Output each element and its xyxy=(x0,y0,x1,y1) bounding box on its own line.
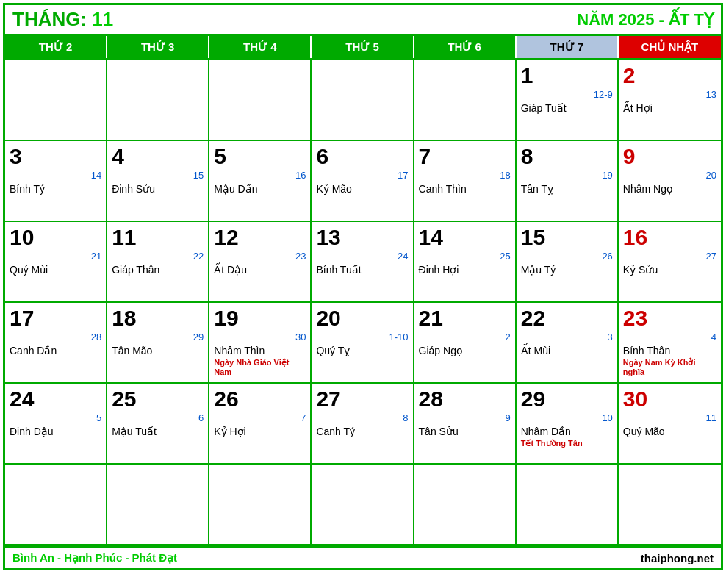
can-chi: Đinh Sửu xyxy=(112,183,204,195)
calendar-cell: 1425Đinh Hợi xyxy=(414,222,517,303)
lunar-date: 18 xyxy=(419,170,511,182)
solar-date: 15 xyxy=(521,225,613,249)
calendar-cell: 1627Kỷ Sửu xyxy=(619,222,721,303)
lunar-date: 1-10 xyxy=(316,331,408,343)
solar-date: 16 xyxy=(623,225,716,249)
calendar-cell: 1324Bính Tuất xyxy=(312,222,414,303)
calendar-cell: 234Bính ThânNgày Nam Kỳ Khởi nghĩa xyxy=(619,303,721,384)
can-chi: Kỷ Hợi xyxy=(214,426,306,437)
calendar-cell: 617Kỷ Mão xyxy=(312,141,414,222)
lunar-date: 22 xyxy=(112,251,204,262)
solar-date: 24 xyxy=(10,387,101,411)
day-header-thứ-4: THỨ 4 xyxy=(209,36,312,58)
calendar-cell: 112-9Giáp Tuất xyxy=(517,60,619,141)
solar-date: 30 xyxy=(623,387,716,411)
lunar-date: 2 xyxy=(419,331,511,343)
solar-date: 1 xyxy=(521,63,613,87)
calendar-cell xyxy=(414,60,517,141)
day-header-thứ-5: THỨ 5 xyxy=(312,36,414,58)
can-chi: Tân Tỵ xyxy=(521,183,613,195)
solar-date: 8 xyxy=(521,144,613,168)
day-header-chủ-nhật: CHỦ NHẬT xyxy=(619,36,721,58)
calendar-cell: 314Bính Tý xyxy=(5,141,107,222)
lunar-date: 14 xyxy=(10,170,101,182)
lunar-date: 23 xyxy=(214,251,306,262)
can-chi: Bính Tuất xyxy=(316,264,408,276)
solar-date: 18 xyxy=(112,306,204,330)
lunar-date: 5 xyxy=(10,412,101,424)
lunar-date: 13 xyxy=(623,89,716,101)
lunar-date: 7 xyxy=(214,412,306,424)
lunar-date: 24 xyxy=(316,251,408,262)
calendar-cell: 516Mậu Dần xyxy=(209,141,312,222)
lunar-date: 25 xyxy=(419,251,511,262)
calendar-container: THÁNG: 11 NĂM 2025 - ẤT TỴ THỨ 2THỨ 3THỨ… xyxy=(3,3,723,570)
calendar-cell xyxy=(414,465,517,545)
can-chi: Giáp Thân xyxy=(112,264,204,276)
solar-date: 12 xyxy=(214,225,306,249)
calendar-cell: 256Mậu Tuất xyxy=(107,384,209,465)
can-chi: Ất Dậu xyxy=(214,264,306,276)
lunar-date: 8 xyxy=(316,412,408,424)
solar-date: 13 xyxy=(316,225,408,249)
solar-date: 20 xyxy=(316,306,408,330)
lunar-date: 26 xyxy=(521,251,613,262)
lunar-date: 9 xyxy=(419,412,511,424)
can-chi: Nhâm Dần xyxy=(521,426,613,437)
can-chi: Canh Thìn xyxy=(419,183,511,195)
calendar-cell: 1122Giáp Thân xyxy=(107,222,209,303)
calendar-cell: 223Ất Mùi xyxy=(517,303,619,384)
day-header-thứ-3: THỨ 3 xyxy=(107,36,209,58)
solar-date: 27 xyxy=(316,387,408,411)
lunar-date: 12-9 xyxy=(521,89,613,101)
calendar-cell: 718Canh Thìn xyxy=(414,141,517,222)
calendar-header: THÁNG: 11 NĂM 2025 - ẤT TỴ xyxy=(5,5,721,34)
can-chi: Kỷ Mão xyxy=(316,183,408,195)
solar-date: 23 xyxy=(623,306,716,330)
footer-website: thaiphong.net xyxy=(641,552,714,564)
solar-date: 26 xyxy=(214,387,306,411)
solar-date: 22 xyxy=(521,306,613,330)
month-title: THÁNG: 11 xyxy=(12,8,113,31)
can-chi: Nhâm Thìn xyxy=(214,345,306,356)
lunar-date: 30 xyxy=(214,331,306,343)
lunar-date: 6 xyxy=(112,412,204,424)
can-chi: Tân Sửu xyxy=(419,426,511,437)
calendar-cell: 1829Tân Mão xyxy=(107,303,209,384)
lunar-date: 15 xyxy=(112,170,204,182)
solar-date: 21 xyxy=(419,306,511,330)
calendar-cell xyxy=(517,465,619,545)
can-chi: Bính Thân xyxy=(623,345,716,356)
calendar-cell: 2910Nhâm DầnTết Thường Tân xyxy=(517,384,619,465)
solar-date: 11 xyxy=(112,225,204,249)
day-header-thứ-2: THỨ 2 xyxy=(5,36,107,58)
calendar-grid: 112-9Giáp Tuất213Ất Hợi314Bính Tý415Đinh… xyxy=(5,58,721,545)
solar-date: 7 xyxy=(419,144,511,168)
year-title: NĂM 2025 - ẤT TỴ xyxy=(577,10,714,29)
lunar-date: 21 xyxy=(10,251,101,262)
calendar-cell: 1930Nhâm ThìnNgày Nhà Giáo Việt Nam xyxy=(209,303,312,384)
lunar-date: 29 xyxy=(112,331,204,343)
can-chi: Ất Mùi xyxy=(521,345,613,356)
solar-date: 4 xyxy=(112,144,204,168)
calendar-cell xyxy=(312,465,414,545)
calendar-cell: 212Giáp Ngọ xyxy=(414,303,517,384)
calendar-cell xyxy=(312,60,414,141)
thang-value: 11 xyxy=(92,8,113,30)
calendar-cell: 1021Quý Mùi xyxy=(5,222,107,303)
solar-date: 10 xyxy=(10,225,101,249)
lunar-date: 4 xyxy=(623,331,716,343)
calendar-cell: 819Tân Tỵ xyxy=(517,141,619,222)
solar-date: 29 xyxy=(521,387,613,411)
can-chi: Bính Tý xyxy=(10,183,101,195)
can-chi: Đinh Hợi xyxy=(419,264,511,276)
solar-date: 19 xyxy=(214,306,306,330)
solar-date: 14 xyxy=(419,225,511,249)
calendar-cell xyxy=(209,465,312,545)
lunar-date: 11 xyxy=(623,412,716,424)
lunar-date: 10 xyxy=(521,412,613,424)
cell-event: Tết Thường Tân xyxy=(521,439,613,448)
thang-label: THÁNG: xyxy=(12,8,87,30)
calendar-cell xyxy=(209,60,312,141)
can-chi: Mậu Tý xyxy=(521,264,613,276)
